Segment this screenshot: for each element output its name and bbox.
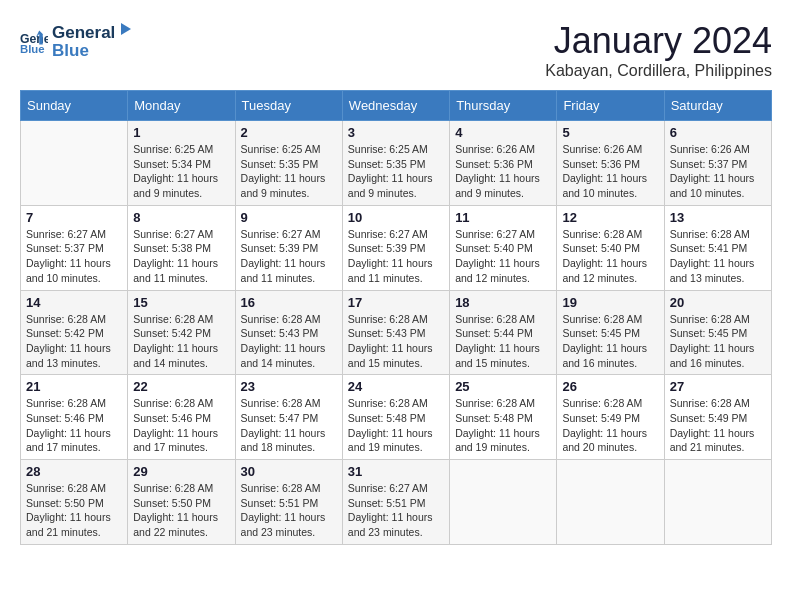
calendar-cell: 10Sunrise: 6:27 AMSunset: 5:39 PMDayligh… xyxy=(342,205,449,290)
day-number: 14 xyxy=(26,295,122,310)
day-number: 22 xyxy=(133,379,229,394)
day-info: Sunrise: 6:28 AMSunset: 5:48 PMDaylight:… xyxy=(348,396,444,455)
logo-icon: General Blue xyxy=(20,27,48,55)
day-number: 13 xyxy=(670,210,766,225)
calendar-cell: 7Sunrise: 6:27 AMSunset: 5:37 PMDaylight… xyxy=(21,205,128,290)
calendar-cell: 30Sunrise: 6:28 AMSunset: 5:51 PMDayligh… xyxy=(235,460,342,545)
location-title: Kabayan, Cordillera, Philippines xyxy=(545,62,772,80)
day-info: Sunrise: 6:28 AMSunset: 5:45 PMDaylight:… xyxy=(670,312,766,371)
calendar-cell: 12Sunrise: 6:28 AMSunset: 5:40 PMDayligh… xyxy=(557,205,664,290)
calendar-cell: 15Sunrise: 6:28 AMSunset: 5:42 PMDayligh… xyxy=(128,290,235,375)
calendar-cell: 27Sunrise: 6:28 AMSunset: 5:49 PMDayligh… xyxy=(664,375,771,460)
calendar-cell: 23Sunrise: 6:28 AMSunset: 5:47 PMDayligh… xyxy=(235,375,342,460)
logo-general: General xyxy=(52,23,115,43)
day-number: 26 xyxy=(562,379,658,394)
calendar-week-row: 28Sunrise: 6:28 AMSunset: 5:50 PMDayligh… xyxy=(21,460,772,545)
day-info: Sunrise: 6:28 AMSunset: 5:45 PMDaylight:… xyxy=(562,312,658,371)
day-number: 3 xyxy=(348,125,444,140)
day-info: Sunrise: 6:28 AMSunset: 5:42 PMDaylight:… xyxy=(133,312,229,371)
calendar-cell: 6Sunrise: 6:26 AMSunset: 5:37 PMDaylight… xyxy=(664,121,771,206)
day-info: Sunrise: 6:28 AMSunset: 5:48 PMDaylight:… xyxy=(455,396,551,455)
calendar-cell: 9Sunrise: 6:27 AMSunset: 5:39 PMDaylight… xyxy=(235,205,342,290)
day-number: 8 xyxy=(133,210,229,225)
day-number: 29 xyxy=(133,464,229,479)
calendar-cell: 19Sunrise: 6:28 AMSunset: 5:45 PMDayligh… xyxy=(557,290,664,375)
day-info: Sunrise: 6:28 AMSunset: 5:40 PMDaylight:… xyxy=(562,227,658,286)
calendar-cell: 17Sunrise: 6:28 AMSunset: 5:43 PMDayligh… xyxy=(342,290,449,375)
day-number: 12 xyxy=(562,210,658,225)
calendar-week-row: 14Sunrise: 6:28 AMSunset: 5:42 PMDayligh… xyxy=(21,290,772,375)
day-info: Sunrise: 6:26 AMSunset: 5:37 PMDaylight:… xyxy=(670,142,766,201)
logo-blue: Blue xyxy=(52,41,135,61)
day-number: 6 xyxy=(670,125,766,140)
calendar-cell: 2Sunrise: 6:25 AMSunset: 5:35 PMDaylight… xyxy=(235,121,342,206)
day-number: 31 xyxy=(348,464,444,479)
logo: General Blue General Blue xyxy=(20,20,135,61)
day-info: Sunrise: 6:27 AMSunset: 5:39 PMDaylight:… xyxy=(241,227,337,286)
month-title: January 2024 xyxy=(545,20,772,62)
day-info: Sunrise: 6:26 AMSunset: 5:36 PMDaylight:… xyxy=(455,142,551,201)
day-number: 17 xyxy=(348,295,444,310)
calendar-header-wednesday: Wednesday xyxy=(342,91,449,121)
calendar-cell: 1Sunrise: 6:25 AMSunset: 5:34 PMDaylight… xyxy=(128,121,235,206)
day-info: Sunrise: 6:25 AMSunset: 5:35 PMDaylight:… xyxy=(241,142,337,201)
day-number: 15 xyxy=(133,295,229,310)
day-number: 27 xyxy=(670,379,766,394)
calendar-cell: 22Sunrise: 6:28 AMSunset: 5:46 PMDayligh… xyxy=(128,375,235,460)
day-number: 11 xyxy=(455,210,551,225)
calendar-table: SundayMondayTuesdayWednesdayThursdayFrid… xyxy=(20,90,772,545)
day-number: 4 xyxy=(455,125,551,140)
day-info: Sunrise: 6:25 AMSunset: 5:35 PMDaylight:… xyxy=(348,142,444,201)
calendar-cell: 28Sunrise: 6:28 AMSunset: 5:50 PMDayligh… xyxy=(21,460,128,545)
day-number: 10 xyxy=(348,210,444,225)
day-info: Sunrise: 6:28 AMSunset: 5:44 PMDaylight:… xyxy=(455,312,551,371)
calendar-cell: 11Sunrise: 6:27 AMSunset: 5:40 PMDayligh… xyxy=(450,205,557,290)
title-block: January 2024 Kabayan, Cordillera, Philip… xyxy=(545,20,772,80)
calendar-cell: 31Sunrise: 6:27 AMSunset: 5:51 PMDayligh… xyxy=(342,460,449,545)
calendar-week-row: 1Sunrise: 6:25 AMSunset: 5:34 PMDaylight… xyxy=(21,121,772,206)
day-info: Sunrise: 6:28 AMSunset: 5:50 PMDaylight:… xyxy=(26,481,122,540)
calendar-week-row: 7Sunrise: 6:27 AMSunset: 5:37 PMDaylight… xyxy=(21,205,772,290)
day-info: Sunrise: 6:27 AMSunset: 5:37 PMDaylight:… xyxy=(26,227,122,286)
calendar-cell: 3Sunrise: 6:25 AMSunset: 5:35 PMDaylight… xyxy=(342,121,449,206)
day-info: Sunrise: 6:28 AMSunset: 5:42 PMDaylight:… xyxy=(26,312,122,371)
calendar-week-row: 21Sunrise: 6:28 AMSunset: 5:46 PMDayligh… xyxy=(21,375,772,460)
day-info: Sunrise: 6:28 AMSunset: 5:50 PMDaylight:… xyxy=(133,481,229,540)
day-number: 20 xyxy=(670,295,766,310)
day-number: 7 xyxy=(26,210,122,225)
day-info: Sunrise: 6:28 AMSunset: 5:46 PMDaylight:… xyxy=(26,396,122,455)
calendar-cell xyxy=(557,460,664,545)
calendar-cell: 25Sunrise: 6:28 AMSunset: 5:48 PMDayligh… xyxy=(450,375,557,460)
calendar-cell: 24Sunrise: 6:28 AMSunset: 5:48 PMDayligh… xyxy=(342,375,449,460)
calendar-cell: 8Sunrise: 6:27 AMSunset: 5:38 PMDaylight… xyxy=(128,205,235,290)
calendar-cell: 5Sunrise: 6:26 AMSunset: 5:36 PMDaylight… xyxy=(557,121,664,206)
calendar-header-tuesday: Tuesday xyxy=(235,91,342,121)
day-info: Sunrise: 6:28 AMSunset: 5:49 PMDaylight:… xyxy=(562,396,658,455)
calendar-header-row: SundayMondayTuesdayWednesdayThursdayFrid… xyxy=(21,91,772,121)
calendar-header-monday: Monday xyxy=(128,91,235,121)
calendar-header-saturday: Saturday xyxy=(664,91,771,121)
day-info: Sunrise: 6:28 AMSunset: 5:43 PMDaylight:… xyxy=(241,312,337,371)
svg-marker-3 xyxy=(121,23,131,35)
svg-text:Blue: Blue xyxy=(20,43,45,55)
day-number: 1 xyxy=(133,125,229,140)
day-number: 24 xyxy=(348,379,444,394)
calendar-cell xyxy=(21,121,128,206)
day-number: 2 xyxy=(241,125,337,140)
calendar-cell: 13Sunrise: 6:28 AMSunset: 5:41 PMDayligh… xyxy=(664,205,771,290)
calendar-cell: 18Sunrise: 6:28 AMSunset: 5:44 PMDayligh… xyxy=(450,290,557,375)
calendar-cell: 21Sunrise: 6:28 AMSunset: 5:46 PMDayligh… xyxy=(21,375,128,460)
day-info: Sunrise: 6:27 AMSunset: 5:38 PMDaylight:… xyxy=(133,227,229,286)
day-number: 16 xyxy=(241,295,337,310)
calendar-header-friday: Friday xyxy=(557,91,664,121)
calendar-header-thursday: Thursday xyxy=(450,91,557,121)
day-info: Sunrise: 6:28 AMSunset: 5:47 PMDaylight:… xyxy=(241,396,337,455)
calendar-header-sunday: Sunday xyxy=(21,91,128,121)
calendar-cell: 14Sunrise: 6:28 AMSunset: 5:42 PMDayligh… xyxy=(21,290,128,375)
day-info: Sunrise: 6:27 AMSunset: 5:40 PMDaylight:… xyxy=(455,227,551,286)
day-number: 19 xyxy=(562,295,658,310)
calendar-cell: 16Sunrise: 6:28 AMSunset: 5:43 PMDayligh… xyxy=(235,290,342,375)
day-info: Sunrise: 6:25 AMSunset: 5:34 PMDaylight:… xyxy=(133,142,229,201)
day-number: 5 xyxy=(562,125,658,140)
calendar-cell xyxy=(664,460,771,545)
